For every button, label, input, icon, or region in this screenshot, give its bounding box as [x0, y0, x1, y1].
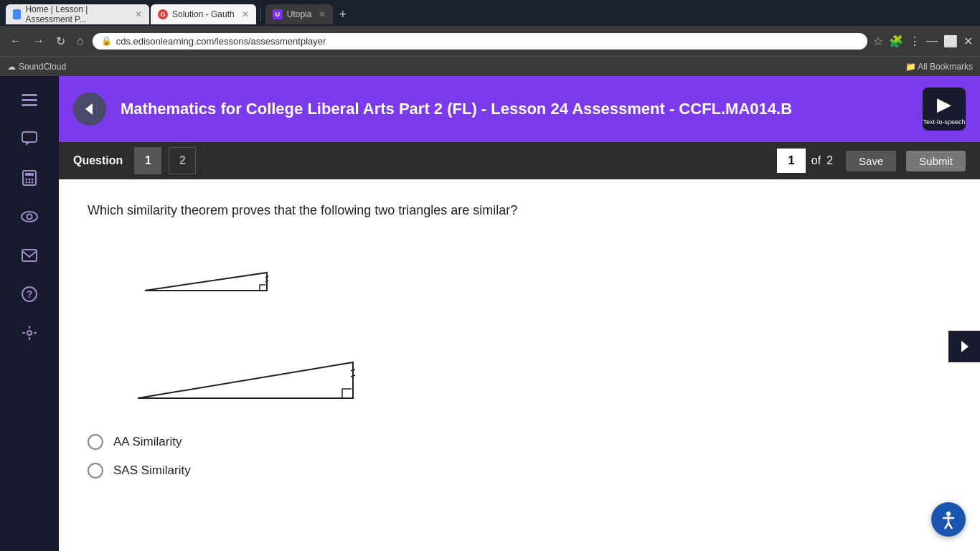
- triangle-small: [131, 240, 274, 312]
- radio-sas[interactable]: [88, 463, 103, 479]
- bookmarks-bar: ☁ SoundCloud 📁 All Bookmarks: [0, 56, 980, 76]
- svg-line-25: [265, 281, 268, 282]
- svg-point-17: [27, 331, 32, 335]
- new-tab-button[interactable]: +: [334, 7, 351, 22]
- svg-text:?: ?: [27, 288, 33, 300]
- radio-aa[interactable]: [88, 434, 103, 450]
- svg-marker-23: [145, 273, 267, 291]
- reload-button[interactable]: ↻: [53, 32, 68, 51]
- tab-label-3: Utopia: [287, 9, 312, 19]
- tab-favicon-2: G: [158, 9, 168, 19]
- submit-button[interactable]: Submit: [906, 151, 966, 171]
- svg-line-33: [945, 523, 948, 529]
- soundcloud-icon: ☁: [7, 62, 16, 72]
- all-bookmarks[interactable]: 📁 All Bookmarks: [905, 62, 973, 72]
- svg-point-30: [946, 512, 951, 516]
- sidebar-help-icon[interactable]: ?: [14, 278, 45, 310]
- option-sas-label: SAS Similarity: [113, 463, 191, 478]
- tab-assessment[interactable]: Home | Lesson | Assessment P... ✕: [6, 4, 149, 24]
- triangle-large: [123, 319, 367, 413]
- tab-close-2[interactable]: ✕: [242, 9, 249, 19]
- question-counter: of 2 Save Submit: [777, 149, 966, 173]
- svg-rect-2: [22, 104, 37, 106]
- question-2-button[interactable]: 2: [169, 147, 196, 174]
- svg-point-8: [32, 179, 34, 181]
- text-to-speech-button[interactable]: ▶ Text-to-speech: [923, 88, 966, 131]
- svg-point-9: [26, 182, 28, 184]
- svg-line-27: [351, 369, 355, 371]
- browser-tabs: Home | Lesson | Assessment P... ✕ G Solu…: [0, 0, 980, 26]
- question-bar: Question 1 2 of 2 Save Submit: [59, 142, 980, 179]
- tab-label-2: Solution - Gauth: [172, 9, 235, 19]
- bookmarks-folder-icon: 📁: [905, 62, 916, 72]
- tab-favicon-1: [13, 9, 21, 19]
- address-text: cds.edisonlearning.com/lessons/assessmen…: [116, 36, 859, 47]
- triangles-area: [88, 240, 951, 413]
- svg-marker-26: [138, 362, 353, 398]
- toolbar-actions: ☆ 🧩 ⋮ — ⬜ ✕: [873, 34, 973, 48]
- tts-label: Text-to-speech: [923, 118, 965, 126]
- svg-point-12: [22, 212, 37, 222]
- play-icon: ▶: [937, 93, 951, 116]
- save-button[interactable]: Save: [846, 151, 896, 171]
- total-pages: 2: [826, 154, 833, 167]
- option-aa-label: AA Similarity: [113, 435, 182, 449]
- app-container: ? Mathematics for College Liberal Arts P…: [0, 76, 980, 551]
- svg-marker-29: [961, 341, 969, 352]
- svg-line-28: [351, 375, 355, 377]
- main-content: Mathematics for College Liberal Arts Par…: [59, 76, 980, 551]
- option-aa-similarity[interactable]: AA Similarity: [88, 434, 951, 450]
- tab-label-1: Home | Lesson | Assessment P...: [25, 4, 128, 24]
- svg-rect-1: [22, 99, 37, 101]
- home-button[interactable]: ⌂: [74, 32, 87, 50]
- address-bar[interactable]: 🔒 cds.edisonlearning.com/lessons/assessm…: [93, 33, 867, 50]
- sidebar-menu-icon[interactable]: [14, 85, 45, 116]
- sidebar-chat-icon[interactable]: [14, 123, 45, 155]
- svg-point-11: [32, 182, 34, 184]
- tab-utopia[interactable]: U Utopia ✕: [265, 4, 334, 24]
- svg-rect-0: [22, 94, 37, 96]
- left-sidebar: ?: [0, 76, 59, 551]
- forward-nav-button[interactable]: →: [30, 32, 47, 50]
- sidebar-tools-icon[interactable]: [14, 317, 45, 349]
- option-sas-similarity[interactable]: SAS Similarity: [88, 463, 951, 479]
- tab-divider: [260, 7, 261, 22]
- address-security-icon: 🔒: [101, 36, 112, 46]
- of-label: of: [811, 154, 821, 167]
- sidebar-mail-icon[interactable]: [14, 240, 45, 271]
- back-nav-button[interactable]: ←: [7, 32, 24, 50]
- svg-rect-3: [22, 132, 37, 142]
- svg-point-10: [29, 182, 31, 184]
- lesson-title: Mathematics for College Liberal Arts Par…: [121, 99, 923, 120]
- svg-rect-5: [25, 173, 34, 176]
- back-button[interactable]: [73, 93, 106, 126]
- all-bookmarks-label: All Bookmarks: [918, 62, 973, 72]
- sidebar-eye-icon[interactable]: [14, 201, 45, 232]
- maximize-icon[interactable]: ⬜: [943, 34, 958, 48]
- question-1-button[interactable]: 1: [134, 147, 161, 174]
- answer-options: AA Similarity SAS Similarity: [88, 434, 951, 479]
- svg-point-6: [26, 179, 28, 181]
- next-button[interactable]: [948, 331, 980, 362]
- question-label: Question: [73, 154, 123, 167]
- menu-dots-icon[interactable]: ⋮: [909, 34, 920, 48]
- tab-close-3[interactable]: ✕: [319, 9, 326, 19]
- current-page-input[interactable]: [777, 149, 806, 173]
- tab-gauth[interactable]: G Solution - Gauth ✕: [151, 4, 256, 24]
- accessibility-button[interactable]: [931, 502, 966, 537]
- svg-marker-22: [85, 103, 93, 115]
- soundcloud-bookmark[interactable]: ☁ SoundCloud: [7, 62, 66, 72]
- sidebar-calculator-icon[interactable]: [14, 162, 45, 194]
- svg-line-24: [265, 276, 268, 278]
- tab-favicon-3: U: [273, 9, 283, 19]
- svg-line-34: [948, 523, 952, 529]
- extensions-icon[interactable]: 🧩: [889, 34, 903, 48]
- star-icon[interactable]: ☆: [873, 34, 883, 48]
- browser-chrome: Home | Lesson | Assessment P... ✕ G Solu…: [0, 0, 980, 76]
- question-content: Which similarity theorem proves that the…: [59, 179, 980, 551]
- close-window-icon[interactable]: ✕: [963, 34, 973, 48]
- tab-close-1[interactable]: ✕: [135, 9, 142, 19]
- question-text: Which similarity theorem proves that the…: [88, 201, 951, 220]
- svg-point-7: [29, 179, 31, 181]
- minimize-icon[interactable]: —: [926, 34, 938, 47]
